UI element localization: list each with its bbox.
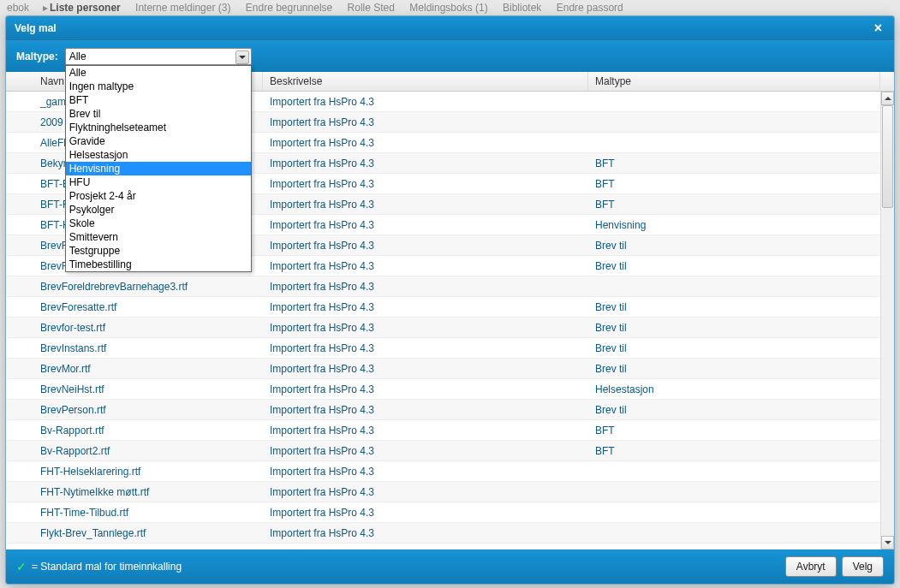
scroll-thumb[interactable]	[882, 105, 893, 208]
ok-button[interactable]: Velg	[842, 556, 884, 577]
cell-beskrivelse: Importert fra HsPro 4.3	[263, 527, 588, 539]
maltype-select-value[interactable]: Alle	[65, 48, 252, 65]
scroll-up-icon[interactable]	[881, 92, 894, 105]
check-icon: ✓	[16, 561, 27, 573]
cell-beskrivelse: Importert fra HsPro 4.3	[263, 383, 588, 395]
cell-beskrivelse: Importert fra HsPro 4.3	[263, 342, 588, 354]
cell-beskrivelse: Importert fra HsPro 4.3	[263, 260, 588, 272]
cell-maltype: Brev til	[588, 240, 880, 252]
maltype-option[interactable]: Henvisning	[66, 162, 251, 175]
modal-title: Velg mal	[15, 22, 57, 34]
cell-beskrivelse: Importert fra HsPro 4.3	[263, 363, 588, 375]
maltype-option[interactable]: HFU	[66, 175, 251, 189]
table-row[interactable]: BrevMor.rtfImportert fra HsPro 4.3Brev t…	[6, 359, 880, 379]
cell-navn: Bv-Rapport2.rtf	[6, 445, 263, 457]
cell-maltype: Brev til	[588, 363, 880, 375]
cell-maltype: Brev til	[588, 260, 880, 272]
nav-item[interactable]: Endre passord	[557, 2, 623, 14]
maltype-label: Maltype:	[16, 50, 58, 62]
nav-item[interactable]: Interne meldinger (3)	[135, 2, 230, 14]
close-icon[interactable]: ×	[871, 21, 885, 35]
cell-beskrivelse: Importert fra HsPro 4.3	[263, 281, 588, 293]
maltype-option[interactable]: Ingen maltype	[66, 80, 251, 93]
cell-maltype: BFT	[588, 425, 880, 437]
cell-beskrivelse: Importert fra HsPro 4.3	[263, 486, 588, 498]
maltype-option[interactable]: Helsestasjon	[66, 148, 251, 162]
maltype-option[interactable]: Skole	[66, 217, 251, 230]
cell-maltype: Henvisning	[588, 219, 880, 231]
maltype-option[interactable]: Testgruppe	[66, 244, 251, 258]
modal-footer: ✓ = Standard mal for timeinnkalling Avbr…	[6, 549, 894, 584]
cell-maltype: Helsestasjon	[588, 383, 880, 395]
cell-beskrivelse: Importert fra HsPro 4.3	[263, 137, 588, 149]
cell-navn: BrevNeiHst.rtf	[6, 383, 263, 395]
maltype-option[interactable]: Gravide	[66, 134, 251, 148]
maltype-option[interactable]: Smittevern	[66, 230, 251, 244]
table-row[interactable]: BrevForesatte.rtfImportert fra HsPro 4.3…	[6, 297, 880, 318]
table-row[interactable]: FHT-Helseklarering.rtfImportert fra HsPr…	[6, 461, 880, 482]
breadcrumb-prefix: ebok	[7, 2, 29, 14]
maltype-option[interactable]: Alle	[66, 66, 251, 80]
cell-beskrivelse: Importert fra HsPro 4.3	[263, 157, 588, 169]
cell-navn: BrevForesatte.rtf	[6, 301, 263, 313]
table-row[interactable]: BrevNeiHst.rtfImportert fra HsPro 4.3Hel…	[6, 379, 880, 400]
maltype-select[interactable]: Alle AlleIngen maltypeBFTBrev tilFlyktni…	[65, 48, 252, 65]
table-row[interactable]: Bv-Rapport2.rtfImportert fra HsPro 4.3BF…	[6, 441, 880, 461]
cell-beskrivelse: Importert fra HsPro 4.3	[263, 301, 588, 313]
cell-maltype: Brev til	[588, 404, 880, 416]
cell-maltype: BFT	[588, 445, 880, 457]
nav-item[interactable]: Rolle Sted	[348, 2, 395, 14]
background-nav: ebok▸Liste personer Interne meldinger (3…	[0, 0, 900, 15]
cell-navn: BrevMor.rtf	[6, 363, 263, 375]
modal-velg-mal: Velg mal × Maltype: Alle AlleIngen malty…	[5, 15, 895, 585]
cell-navn: Brevfor-test.rtf	[6, 322, 263, 334]
filter-bar: Maltype: Alle AlleIngen maltypeBFTBrev t…	[6, 40, 894, 72]
cell-navn: BrevForeldrebrevBarnehage3.rtf	[6, 281, 263, 293]
cell-beskrivelse: Importert fra HsPro 4.3	[263, 466, 588, 478]
cell-beskrivelse: Importert fra HsPro 4.3	[263, 199, 588, 211]
table-row[interactable]: Bv-Rapport.rtfImportert fra HsPro 4.3BFT	[6, 420, 880, 441]
scroll-down-icon[interactable]	[881, 536, 894, 549]
col-header-beskrivelse[interactable]: Beskrivelse	[263, 72, 588, 91]
cancel-button[interactable]: Avbryt	[785, 556, 837, 577]
maltype-option[interactable]: Brev til	[66, 107, 251, 121]
maltype-option[interactable]: BFT	[66, 93, 251, 107]
table-row[interactable]: FHT-Time-Tilbud.rtfImportert fra HsPro 4…	[6, 502, 880, 523]
nav-item[interactable]: Endre begrunnelse	[246, 2, 332, 14]
maltype-option[interactable]: Timebestilling	[66, 258, 251, 271]
cell-beskrivelse: Importert fra HsPro 4.3	[263, 507, 588, 519]
cell-maltype: BFT	[588, 157, 880, 169]
table-row[interactable]: FHT-NytimeIkke møtt.rtfImportert fra HsP…	[6, 482, 880, 502]
maltype-option[interactable]: Flyktninghelseteamet	[66, 121, 251, 134]
cell-beskrivelse: Importert fra HsPro 4.3	[263, 425, 588, 437]
cell-maltype: Brev til	[588, 342, 880, 354]
nav-item[interactable]: Bibliotek	[503, 2, 541, 14]
cell-maltype: Brev til	[588, 301, 880, 313]
cell-navn: Bv-Rapport.rtf	[6, 425, 263, 437]
col-header-scroll	[880, 72, 894, 91]
cell-beskrivelse: Importert fra HsPro 4.3	[263, 219, 588, 231]
table-row[interactable]: BrevForeldrebrevBarnehage3.rtfImportert …	[6, 276, 880, 297]
cell-navn: FHT-NytimeIkke møtt.rtf	[6, 486, 263, 498]
cell-beskrivelse: Importert fra HsPro 4.3	[263, 240, 588, 252]
cell-beskrivelse: Importert fra HsPro 4.3	[263, 116, 588, 128]
cell-beskrivelse: Importert fra HsPro 4.3	[263, 404, 588, 416]
cell-beskrivelse: Importert fra HsPro 4.3	[263, 322, 588, 334]
maltype-option[interactable]: Prosjekt 2-4 år	[66, 189, 251, 203]
maltype-dropdown[interactable]: AlleIngen maltypeBFTBrev tilFlyktninghel…	[65, 65, 252, 272]
table-row[interactable]: BrevPerson.rtfImportert fra HsPro 4.3Bre…	[6, 400, 880, 420]
vertical-scrollbar[interactable]	[880, 92, 894, 549]
cell-navn: FHT-Time-Tilbud.rtf	[6, 507, 263, 519]
table-row[interactable]: Flykt-Brev_Tannlege.rtfImportert fra HsP…	[6, 523, 880, 543]
cell-maltype: BFT	[588, 178, 880, 190]
table-row[interactable]: BrevInstans.rtfImportert fra HsPro 4.3Br…	[6, 338, 880, 359]
nav-item[interactable]: Meldingsboks (1)	[409, 2, 487, 14]
cell-navn: BrevInstans.rtf	[6, 342, 263, 354]
col-header-maltype[interactable]: Maltype	[588, 72, 880, 91]
maltype-option[interactable]: Psykolger	[66, 203, 251, 217]
table-row[interactable]: Brevfor-test.rtfImportert fra HsPro 4.3B…	[6, 318, 880, 338]
breadcrumb-active[interactable]: Liste personer	[50, 2, 121, 14]
cell-beskrivelse: Importert fra HsPro 4.3	[263, 445, 588, 457]
footer-legend: ✓ = Standard mal for timeinnkalling	[16, 561, 182, 573]
breadcrumb-sep: ▸	[43, 2, 48, 14]
